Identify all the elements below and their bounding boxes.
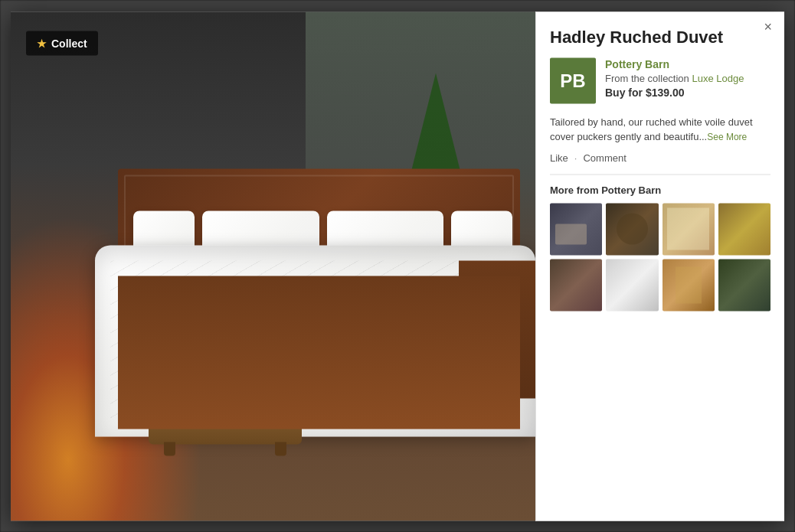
- brand-collection: From the collection Luxe Lodge: [605, 72, 744, 83]
- collect-button[interactable]: ★ Collect: [26, 31, 98, 55]
- brand-row: PB Pottery Barn From the collection Luxe…: [550, 57, 770, 103]
- thumbnail-item[interactable]: [606, 203, 658, 255]
- thumbnail-image: [662, 203, 715, 255]
- product-description: Tailored by hand, our ruched white voile…: [550, 114, 770, 144]
- thumbnail-item[interactable]: [662, 203, 715, 255]
- more-from-title: More from Pottery Barn: [550, 184, 770, 195]
- brand-price[interactable]: Buy for $139.00: [605, 86, 744, 98]
- divider: [550, 174, 770, 175]
- thumbnail-item[interactable]: [718, 203, 770, 255]
- brand-name[interactable]: Pottery Barn: [605, 57, 744, 70]
- thumbnail-item[interactable]: [550, 259, 602, 311]
- thumbnail-item[interactable]: [662, 259, 715, 311]
- thumbnail-item[interactable]: [606, 259, 658, 311]
- product-title: Hadley Ruched Duvet: [550, 27, 755, 47]
- brand-logo: PB: [550, 57, 596, 103]
- actions-row: Like · Comment: [550, 152, 770, 163]
- thumbnail-image: [550, 259, 602, 311]
- star-icon: ★: [37, 37, 47, 49]
- thumbnail-image: [662, 259, 715, 311]
- product-modal: ★ Collect × Hadley Ruched Duvet PB Potte…: [11, 11, 784, 521]
- thumbnail-grid: [550, 203, 770, 312]
- collection-prefix: From the collection: [605, 72, 689, 83]
- bed-frame: [118, 276, 520, 429]
- thumbnail-image: [718, 203, 770, 255]
- thumbnail-image: [550, 203, 602, 255]
- thumbnail-item[interactable]: [718, 259, 770, 311]
- comment-link[interactable]: Comment: [583, 152, 626, 163]
- action-separator: ·: [574, 152, 577, 163]
- collection-link[interactable]: Luxe Lodge: [692, 72, 744, 83]
- thumbnail-image: [718, 259, 770, 311]
- like-link[interactable]: Like: [550, 152, 568, 163]
- close-button[interactable]: ×: [759, 18, 777, 34]
- bedroom-scene: [11, 11, 535, 521]
- see-more-link[interactable]: See More: [707, 132, 747, 142]
- info-panel: × Hadley Ruched Duvet PB Pottery Barn Fr…: [535, 11, 784, 521]
- thumbnail-image: [606, 259, 658, 311]
- collect-label: Collect: [51, 37, 87, 49]
- image-panel: ★ Collect: [11, 11, 535, 521]
- thumbnail-image: [606, 203, 658, 255]
- brand-info: Pottery Barn From the collection Luxe Lo…: [605, 57, 744, 98]
- thumbnail-item[interactable]: [550, 203, 602, 255]
- bed: [72, 168, 535, 459]
